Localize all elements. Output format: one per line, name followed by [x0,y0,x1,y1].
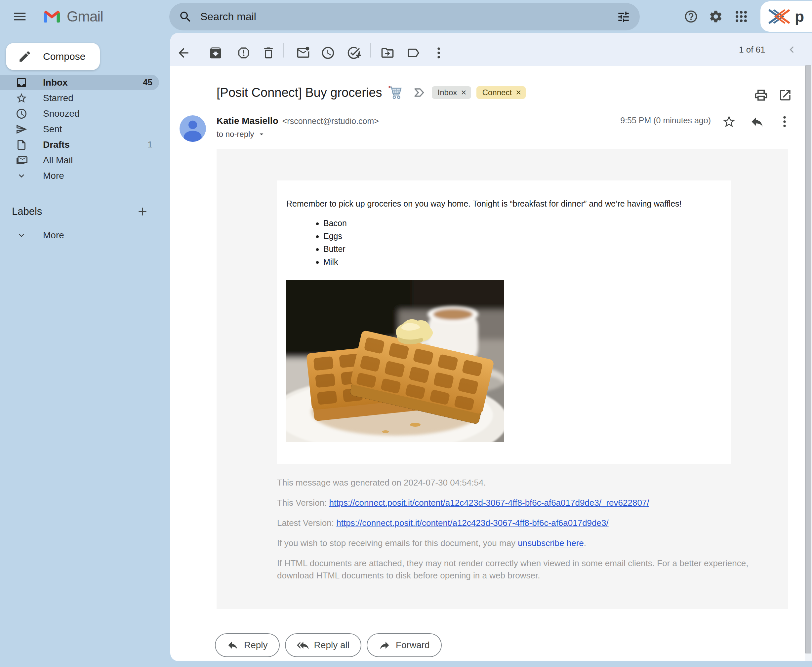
sender-name: Katie Masiello [217,116,278,126]
avatar[interactable] [179,115,206,142]
subject-row: [Posit Connect] Buy groceries Inbox × [217,83,526,103]
kebab-icon [432,46,446,60]
this-version-link[interactable]: https://connect.posit.it/content/a12c423… [329,498,649,508]
apps-button[interactable] [733,8,749,25]
help-icon [684,9,698,24]
delete-button[interactable] [260,44,277,61]
snooze-button[interactable] [319,44,337,61]
search-options-icon[interactable] [617,10,631,24]
sidebar-item-label: Starred [43,93,153,103]
recipient-text: to no-reply [217,129,254,139]
recipient-row[interactable]: to no-reply [217,129,266,139]
reply-arrow-icon [750,114,764,129]
sidebar-labels-more[interactable]: More [0,227,159,243]
labels-header: Labels [12,206,133,217]
open-in-new-window-button[interactable] [777,87,793,103]
latest-version-link[interactable]: https://connect.posit.it/content/a12c423… [336,518,608,528]
compose-label: Compose [43,51,85,62]
toolbar-divider [370,43,371,58]
sidebar-item-more[interactable]: More [0,168,159,183]
email-intro-text: Remember to pick up groceries on you way… [286,199,682,209]
hamburger-icon [12,9,27,24]
mark-unread-button[interactable] [295,44,312,61]
sidebar-item-all-mail[interactable]: All Mail [0,153,159,168]
send-icon [0,123,43,135]
email-content-card: Remember to pick up groceries on you way… [277,181,731,464]
sidebar-item-inbox[interactable]: Inbox 45 [0,75,159,90]
clock-icon [0,108,43,119]
profile-chip[interactable]: p [761,1,812,32]
settings-button[interactable] [708,8,724,25]
gmail-logo-text: Gmail [67,8,103,25]
chip-close-icon[interactable]: × [516,88,521,97]
search-bar[interactable]: Search mail [169,3,640,30]
list-item: Butter [323,242,347,256]
pagination-count: 1 of 61 [739,33,766,66]
list-item: Eggs [323,230,347,242]
back-button[interactable] [175,44,192,61]
unsubscribe-link[interactable]: unsubscribe here [518,538,584,548]
forward-label: Forward [396,640,430,650]
main-panel: 1 of 61 [Posit Connect] Buy groceries [170,33,812,661]
reply-button[interactable]: Reply [215,633,280,657]
create-label-button[interactable] [133,202,152,221]
newer-message-button[interactable] [784,41,800,58]
latest-version-label: Latest Version: [277,518,336,528]
mark-unread-icon [296,46,311,60]
sidebar-item-starred[interactable]: Starred [0,90,159,106]
move-to-button[interactable] [379,44,396,61]
star-message-button[interactable] [721,114,737,129]
plus-icon [136,205,149,218]
search-icon[interactable] [179,10,193,24]
sidebar-item-count: 45 [143,77,159,88]
forward-button[interactable]: Forward [367,633,442,657]
search-input[interactable]: Search mail [200,11,617,23]
reply-all-button[interactable]: Reply all [285,633,361,657]
sidebar-item-label: All Mail [43,155,153,166]
more-options-button[interactable] [430,44,447,61]
gmail-app: Gmail Search mail [0,0,812,667]
dropdown-arrow-icon[interactable] [257,130,266,138]
reply-actions-row: Reply Reply all Forward [215,633,442,657]
folder-move-icon [380,46,395,60]
main-menu-button[interactable] [11,8,28,25]
archive-icon [208,46,223,60]
sidebar-item-sent[interactable]: Sent [0,121,159,137]
kebab-icon [777,114,792,129]
sender-line: Katie Masiello <rsconnect@rstudio.com> [217,116,379,126]
profile-label: p [795,8,804,25]
email-footer: This message was generated on 2024-07-30… [277,476,793,590]
chevron-left-icon [785,43,799,56]
compose-button[interactable]: Compose [6,43,100,70]
label-chip-inbox[interactable]: Inbox × [432,86,471,99]
star-icon [722,114,736,129]
add-task-icon [347,46,361,60]
archive-button[interactable] [207,44,224,61]
inbox-icon [0,77,43,89]
reply-icon-button[interactable] [749,114,765,129]
label-chip-connect[interactable]: Connect × [477,86,526,99]
snooze-clock-icon [321,46,335,60]
apps-grid-icon [734,9,749,24]
unsubscribe-line: If you wish to stop receiving emails for… [277,537,793,549]
chip-close-icon[interactable]: × [461,88,466,97]
help-button[interactable] [683,8,699,25]
message-more-button[interactable] [777,114,792,129]
toolbar-divider [283,43,284,58]
report-spam-button[interactable] [235,44,252,61]
unsubscribe-prefix: If you wish to stop receiving emails for… [277,538,518,548]
labels-button[interactable] [405,44,422,61]
importance-marker-icon[interactable] [412,85,427,100]
message-toolbar: 1 of 61 [170,33,812,66]
sidebar-item-drafts[interactable]: Drafts 1 [0,137,159,153]
sidebar-item-snoozed[interactable]: Snoozed [0,106,159,121]
print-button[interactable] [753,87,769,103]
pencil-icon [18,50,32,63]
this-version-label: This Version: [277,498,329,508]
gear-icon [709,9,723,24]
scrollbar-thumb[interactable] [805,65,811,654]
reply-arrow-icon [227,639,239,651]
add-to-tasks-button[interactable] [345,44,362,61]
sidebar-item-label: Drafts [43,139,148,150]
sidebar-item-label: Sent [43,124,153,134]
